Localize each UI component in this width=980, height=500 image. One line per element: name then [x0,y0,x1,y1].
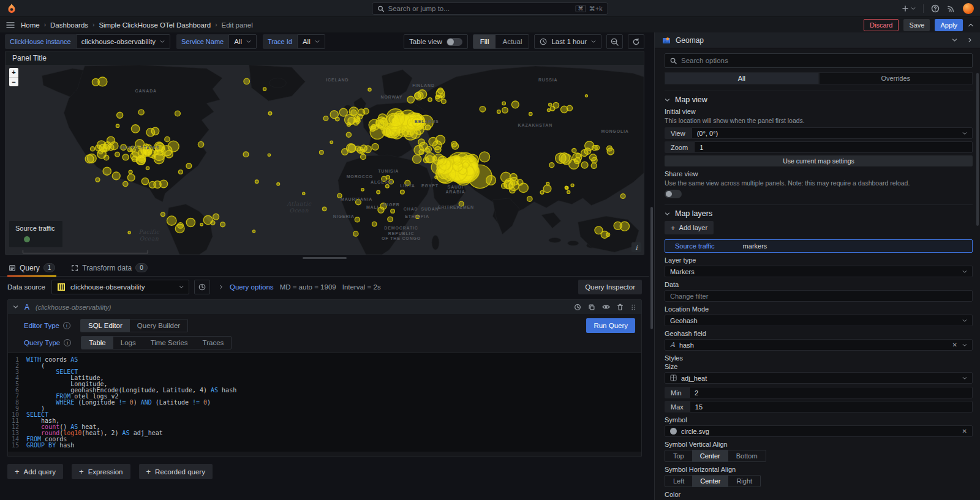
user-avatar[interactable] [963,3,974,14]
variable-clickhouse-instance[interactable]: ClickHouse instance clickhouse-observabi… [5,34,170,49]
sha-right[interactable]: Right [728,476,760,487]
use-current-map-settings-button[interactable]: Use current map settings [665,155,973,166]
tab-query[interactable]: Query 1 [7,263,56,276]
layer-row-source-traffic[interactable]: Source traffic markers [665,239,973,253]
query-row-header[interactable]: A (clickhouse-observability) [8,300,641,314]
sha-left[interactable]: Left [665,476,692,487]
zoom-out-time-button[interactable] [606,34,623,49]
map-layers-section-header[interactable]: Map layers [665,209,973,218]
geohash-field-select[interactable]: A hash ✕ [665,339,973,351]
query-type-label-group: Query Type i [20,336,75,349]
view-field-select[interactable]: (0°, 0°) [692,127,973,139]
news-button[interactable] [947,4,956,13]
chevron-down-icon [246,39,251,44]
chevron-right-icon[interactable] [219,285,224,289]
save-button[interactable]: Save [903,19,930,31]
clear-icon[interactable]: ✕ [952,342,957,348]
chevron-down-icon [179,285,184,289]
menu-toggle[interactable] [6,21,15,29]
chevron-down-icon [591,39,596,44]
world-map[interactable]: ICELANDRUSSIACANADANORWAYFINLANDBELARUSK… [6,65,644,255]
query-type-logs[interactable]: Logs [113,337,143,349]
eye-icon[interactable] [602,304,610,310]
symbol-horizontal-align-label: Symbol Horizontal Align [665,466,973,473]
map-zoom-out-button[interactable]: − [9,77,18,86]
sql-editor[interactable]: 1WITH coords AS2 (3 SELECT4 Latitude,5 L… [8,353,641,452]
table-view-switch[interactable] [447,38,462,46]
sha-center[interactable]: Center [692,476,728,487]
left-scrollbar[interactable] [649,32,654,500]
help-button[interactable] [931,4,940,13]
chevron-right-icon[interactable] [967,37,973,43]
query-history-button[interactable] [194,280,210,294]
add-query-button[interactable]: + Add query [7,464,63,479]
share-view-switch[interactable] [665,190,682,198]
breadcrumb-home[interactable]: Home [21,21,40,29]
display-mode-fill[interactable]: Fill [473,35,496,48]
apply-button[interactable]: Apply [935,19,963,31]
query-type-timeseries[interactable]: Time Series [143,337,195,349]
run-query-button[interactable]: Run Query [586,318,635,333]
search-placeholder: Search or jump to... [388,5,450,12]
drag-handle-icon[interactable] [630,304,636,311]
query-options-link[interactable]: Query options [230,283,274,291]
time-range-picker[interactable]: Last 1 hour [534,34,601,49]
options-search-input[interactable]: Search options [665,53,973,68]
symbol-vertical-align-group: Top Center Bottom [665,450,766,462]
min-input[interactable]: 2 [689,387,973,398]
sva-center[interactable]: Center [692,450,728,461]
variable-trace-id[interactable]: Trace Id All [263,34,325,49]
options-scrollbar[interactable] [976,73,979,226]
sva-top[interactable]: Top [665,450,692,461]
symbol-select[interactable]: circle.svg ✕ [665,425,973,437]
tab-transform-data[interactable]: Transform data 0 [70,263,148,276]
recorded-query-button[interactable]: + Recorded query [139,464,213,479]
section-map-view: Map view Initial view This location will… [665,91,973,198]
display-mode-actual[interactable]: Actual [496,35,529,48]
refresh-button[interactable] [628,34,644,49]
discard-button[interactable]: Discard [864,19,899,31]
collapse-chevron-icon[interactable] [968,22,974,28]
global-search[interactable]: Search or jump to... ⌘ ⌘+k [372,2,608,15]
map-view-section-header[interactable]: Map view [665,95,973,104]
breadcrumb-dashboard-name[interactable]: Simple ClickHouse OTel Dashboard [99,21,211,29]
grafana-logo[interactable] [6,3,17,14]
duplicate-icon[interactable] [588,304,595,311]
query-type-traces[interactable]: Traces [195,337,232,349]
add-new-button[interactable] [902,5,916,12]
breadcrumb-separator: › [92,21,94,28]
variable-service-name[interactable]: Service Name All [176,34,257,49]
chevron-down-icon [962,131,967,136]
help-icon[interactable]: i [64,339,71,346]
breadcrumb-dashboards[interactable]: Dashboards [50,21,88,29]
plus-icon: + [671,223,676,233]
trash-icon[interactable] [617,304,624,311]
panel-resize-handle[interactable] [303,257,347,259]
datasource-select[interactable]: clickhouse-observability [51,280,189,294]
expression-button[interactable]: + Expression [72,464,130,479]
history-icon[interactable] [574,304,581,311]
chevron-down-icon[interactable] [13,304,18,310]
map-zoom-in-button[interactable]: + [9,68,18,77]
location-mode-select[interactable]: Geohash [665,315,973,326]
map-attribution-info[interactable]: i [631,242,641,252]
panel-header[interactable]: Panel Title [6,51,644,65]
help-icon[interactable]: i [63,322,70,329]
table-view-toggle[interactable]: Table view [404,34,468,49]
query-type-table[interactable]: Table [81,337,113,349]
zoom-field-input[interactable]: 1 [694,141,973,153]
chevron-down-icon[interactable] [952,37,957,43]
sva-bottom[interactable]: Bottom [728,450,766,461]
size-field-select[interactable]: adj_heat [665,372,973,384]
editor-type-builder[interactable]: Query Builder [130,319,187,332]
data-filter-input[interactable]: Change filter [665,290,973,302]
query-inspector-button[interactable]: Query Inspector [578,280,642,294]
tab-all[interactable]: All [665,72,819,84]
editor-type-sql[interactable]: SQL Editor [81,319,130,332]
search-shortcut: ⌘+k [589,5,603,12]
layer-type-select[interactable]: Markers [665,266,973,277]
max-input[interactable]: 15 [690,401,973,412]
tab-overrides[interactable]: Overrides [819,72,973,84]
add-layer-button[interactable]: + Add layer [665,221,714,234]
clear-icon[interactable]: ✕ [962,428,967,435]
